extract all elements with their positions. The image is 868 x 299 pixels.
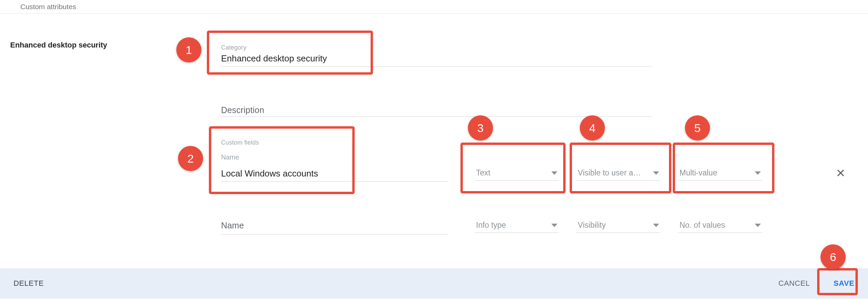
category-value[interactable]: Enhanced desktop security <box>221 51 652 64</box>
footer-bar: DELETE CANCEL SAVE <box>0 268 868 299</box>
annotation-badge-4: 4 <box>580 115 605 141</box>
values-mode-dropdown[interactable]: Multi-value <box>678 168 762 181</box>
custom-field-name-label: Name <box>221 153 239 161</box>
info-type-placeholder: Info type <box>476 221 506 230</box>
breadcrumb[interactable]: Custom attributes <box>0 0 868 14</box>
chevron-down-icon <box>653 171 659 175</box>
custom-field-name-input[interactable]: Local Windows accounts <box>221 166 318 179</box>
remove-row-button[interactable]: ✕ <box>836 166 845 180</box>
annotation-box-3 <box>460 143 566 193</box>
chevron-down-icon <box>755 224 761 227</box>
info-type-dropdown[interactable]: Text <box>475 168 559 181</box>
annotation-badge-2: 2 <box>178 146 203 171</box>
description-underline <box>221 116 652 117</box>
empty-name-placeholder[interactable]: Name <box>221 221 244 230</box>
custom-fields-section-label: Custom fields <box>221 139 259 146</box>
visibility-value: Visible to user a… <box>578 168 641 177</box>
chevron-down-icon <box>551 224 557 227</box>
custom-field-name-value: Local Windows accounts <box>221 166 318 179</box>
info-type-dropdown-empty[interactable]: Info type <box>475 221 559 233</box>
chevron-down-icon <box>653 224 659 227</box>
annotation-box-4 <box>570 143 671 193</box>
visibility-placeholder: Visibility <box>578 221 606 230</box>
values-dropdown-empty[interactable]: No. of values <box>678 221 762 233</box>
chevron-down-icon <box>551 171 557 175</box>
annotation-badge-6: 6 <box>821 244 846 269</box>
name-underline-row2 <box>221 234 448 235</box>
annotation-box-5 <box>673 143 774 193</box>
annotation-badge-5: 5 <box>685 115 710 141</box>
category-underline <box>221 67 652 67</box>
visibility-dropdown-empty[interactable]: Visibility <box>576 221 660 233</box>
breadcrumb-text: Custom attributes <box>20 3 76 11</box>
cancel-button[interactable]: CANCEL <box>778 279 810 288</box>
category-label: Category <box>221 44 652 51</box>
save-button[interactable]: SAVE <box>834 279 854 288</box>
description-label: Description <box>221 105 652 115</box>
visibility-dropdown[interactable]: Visible to user a… <box>576 168 660 181</box>
values-placeholder: No. of values <box>679 221 725 230</box>
chevron-down-icon <box>755 171 761 175</box>
delete-button[interactable]: DELETE <box>14 279 44 288</box>
name-underline-row1 <box>221 181 448 182</box>
annotation-badge-1: 1 <box>176 37 201 62</box>
values-mode-value: Multi-value <box>679 168 717 177</box>
section-side-title: Enhanced desktop security <box>10 41 107 50</box>
info-type-value: Text <box>476 168 490 177</box>
annotation-badge-3: 3 <box>468 115 493 141</box>
